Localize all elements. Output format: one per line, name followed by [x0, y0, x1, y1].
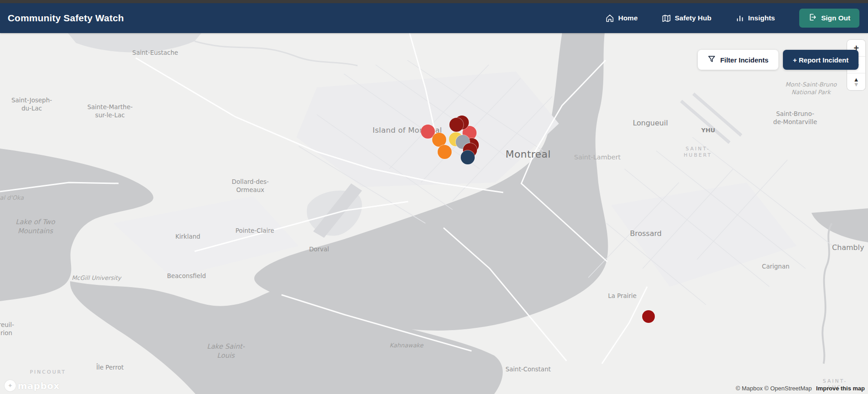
- improve-map-link[interactable]: Improve this map: [816, 385, 865, 392]
- compass-button[interactable]: ▲ ▼: [847, 73, 865, 90]
- map-toolbar: Filter Incidents + Report Incident: [698, 50, 858, 70]
- app-header: Community Safety Watch Home Safety Hub: [0, 3, 868, 33]
- report-incident-button[interactable]: + Report Incident: [783, 50, 858, 70]
- mapbox-attribution-link[interactable]: © Mapbox: [736, 385, 763, 392]
- mapbox-logo-text: mapbox: [18, 380, 60, 391]
- home-icon: [606, 14, 614, 23]
- mapbox-logo[interactable]: ✦ mapbox: [5, 380, 60, 391]
- mapbox-logo-icon: ✦: [5, 380, 16, 391]
- map-icon: [662, 14, 671, 23]
- report-label: + Report Incident: [793, 56, 849, 64]
- incident-marker[interactable]: [449, 118, 463, 132]
- incident-marker[interactable]: [432, 133, 446, 147]
- filter-label: Filter Incidents: [720, 56, 768, 64]
- nav-label: Insights: [748, 14, 775, 22]
- nav-item-insights[interactable]: Insights: [736, 14, 775, 22]
- nav-item-home[interactable]: Home: [606, 14, 638, 23]
- incident-marker[interactable]: [438, 145, 452, 159]
- filter-incidents-button[interactable]: Filter Incidents: [698, 50, 778, 70]
- app-title: Community Safety Watch: [8, 13, 124, 24]
- compass-down-arrow: ▼: [854, 82, 859, 87]
- water-layer: [0, 33, 868, 394]
- nav-label: Safety Hub: [675, 14, 711, 22]
- bar-chart-icon: [736, 14, 744, 22]
- nav-item-safety-hub[interactable]: Safety Hub: [662, 14, 711, 23]
- nav-label: Home: [618, 14, 638, 22]
- window-top-strip: [0, 0, 868, 3]
- osm-attribution-link[interactable]: © OpenStreetMap: [764, 385, 812, 392]
- map-attribution: © Mapbox © OpenStreetMap Improve this ma…: [736, 385, 865, 392]
- incident-marker[interactable]: [642, 310, 655, 323]
- sign-out-label: Sign Out: [821, 14, 850, 22]
- sign-out-button[interactable]: Sign Out: [799, 9, 859, 28]
- incident-marker[interactable]: [461, 150, 475, 164]
- main-nav: Home Safety Hub Insights: [606, 3, 859, 33]
- logout-icon: [808, 13, 816, 23]
- map-canvas[interactable]: Filter Incidents + Report Incident + − ▲…: [0, 33, 868, 394]
- filter-icon: [708, 55, 715, 64]
